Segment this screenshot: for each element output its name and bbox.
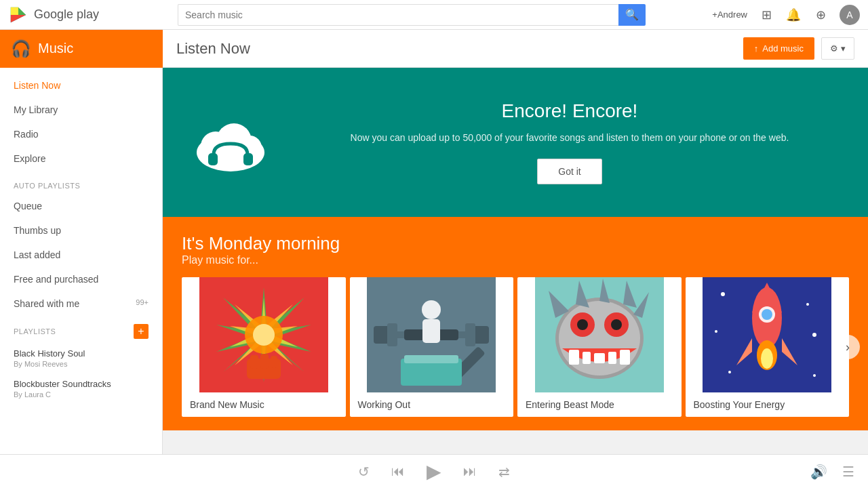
encore-title: Encore! Encore! [298,100,841,122]
svg-marker-2 [11,7,18,14]
encore-banner: Encore! Encore! Now you can upload up to… [163,68,868,217]
sidebar: Listen Now My Library Radio Explore AUTO… [0,68,163,454]
svg-rect-41 [594,353,605,363]
svg-rect-17 [260,354,269,369]
main-layout: Listen Now My Library Radio Explore AUTO… [0,68,868,454]
got-it-button[interactable]: Got it [537,159,601,184]
music-label: Music [38,41,73,56]
sidebar-playlist-black-history[interactable]: Black History Soul By Mosi Reeves [0,343,162,373]
header-actions: ↑ Add music ⚙ ▾ [743,37,854,60]
svg-point-57 [761,348,773,369]
playlists-label: PLAYLISTS [14,327,134,336]
logo-text: Google play [34,7,99,22]
svg-rect-31 [422,319,440,343]
avatar[interactable]: A [840,5,860,25]
prev-button[interactable]: ⏮ [391,464,405,479]
content-area: Encore! Encore! Now you can upload up to… [163,68,868,454]
svg-rect-18 [271,356,277,368]
volume-button[interactable]: 🔊 [810,464,827,480]
monday-header: It's Monday morning Play music for... [182,233,849,266]
svg-point-58 [721,292,725,296]
playlist-by: By Mosi Reeves [14,360,149,368]
search-bar: 🔍 [178,4,705,26]
sidebar-item-last-added[interactable]: Last added [0,243,162,267]
next-button[interactable]: › [835,335,860,359]
sub-header: 🎧 Music Listen Now ↑ Add music ⚙ ▾ [0,30,868,68]
svg-point-61 [812,333,816,337]
svg-rect-26 [465,323,475,346]
svg-marker-3 [11,15,26,22]
card-thumbnail [182,277,346,392]
headphone-icon: 🎧 [11,39,31,58]
svg-point-53 [762,309,772,320]
card-beast-mode[interactable]: Entering Beast Mode [517,277,682,417]
svg-rect-39 [569,350,579,365]
settings-button[interactable]: ⚙ ▾ [821,37,854,60]
music-section-header: 🎧 Music [0,30,163,68]
search-button[interactable]: 🔍 [618,4,646,26]
next-button[interactable]: ⏭ [463,464,477,479]
shuffle-button[interactable]: ⇄ [498,464,510,480]
sidebar-item-shared-with-me[interactable]: Shared with me 99+ [0,291,162,316]
sidebar-item-free-purchased[interactable]: Free and purchased [0,267,162,291]
grid-icon[interactable]: ⊞ [758,7,774,23]
svg-rect-16 [250,355,258,369]
page-title: Listen Now [176,40,250,58]
playlist-title: Blockbuster Soundtracks [14,379,149,389]
gear-icon: ⚙ [830,43,838,54]
svg-point-14 [253,324,275,346]
queue-button[interactable]: ☰ [842,464,854,480]
monday-subtitle: Play music for... [182,254,849,266]
search-input[interactable] [178,4,618,26]
svg-rect-9 [243,153,253,165]
repeat-button[interactable]: ↺ [358,464,370,480]
notifications-icon[interactable]: 🔔 [785,7,802,23]
svg-point-63 [813,374,816,377]
sidebar-item-explore[interactable]: Explore [0,146,162,171]
bottom-player: ↺ ⏮ ▶ ⏭ ⇄ 🔊 ☰ [0,454,868,488]
play-button[interactable]: ▶ [427,460,441,483]
card-label: Brand New Music [182,392,346,417]
card-brand-new-music[interactable]: Brand New Music [182,277,346,417]
sidebar-item-queue[interactable]: Queue [0,194,162,218]
svg-rect-25 [387,323,397,346]
shared-with-me-badge: 99+ [136,298,149,306]
monday-section: It's Monday morning Play music for... [163,217,868,430]
svg-point-59 [806,303,809,306]
encore-text: Encore! Encore! Now you can upload up to… [298,100,841,184]
sidebar-item-my-library[interactable]: My Library [0,98,162,122]
svg-point-62 [728,371,731,373]
sidebar-item-radio[interactable]: Radio [0,122,162,146]
add-playlist-button[interactable]: + [134,324,149,339]
top-bar: Google play 🔍 +Andrew ⊞ 🔔 ⊕ A [0,0,868,30]
card-working-out[interactable]: Working Out [350,277,514,417]
add-music-button[interactable]: ↑ Add music [743,37,814,60]
auto-playlists-label: AUTO PLAYLISTS [0,171,162,194]
user-name: +Andrew [712,9,747,20]
card-thumbnail [517,277,682,392]
playlist-by: By Laura C [14,390,149,399]
playlist-title: Black History Soul [14,348,149,359]
sidebar-playlist-blockbuster[interactable]: Blockbuster Soundtracks By Laura C [0,373,162,404]
svg-point-60 [715,330,717,333]
card-boosting-energy[interactable]: Boosting Your Energy [686,277,850,417]
svg-point-30 [422,300,441,319]
upload-icon: ↑ [754,43,759,54]
top-right: +Andrew ⊞ 🔔 ⊕ A [712,5,860,25]
svg-rect-29 [404,355,458,363]
cast-icon[interactable]: ⊕ [812,7,829,23]
card-label: Working Out [350,392,514,417]
cloud-headphone-icon [190,108,271,176]
card-thumbnail [350,277,514,392]
svg-rect-40 [583,352,591,364]
play-logo-icon [8,5,28,25]
music-cards-row: Brand New Music [182,277,849,417]
sidebar-item-thumbs-up[interactable]: Thumbs up [0,218,162,243]
svg-rect-42 [608,352,616,364]
svg-rect-8 [208,153,218,165]
monday-title: It's Monday morning [182,233,849,254]
sidebar-item-listen-now[interactable]: Listen Now [0,73,162,98]
card-label: Entering Beast Mode [517,392,682,417]
settings-dropdown-icon: ▾ [841,43,846,54]
card-label: Boosting Your Energy [686,392,850,417]
